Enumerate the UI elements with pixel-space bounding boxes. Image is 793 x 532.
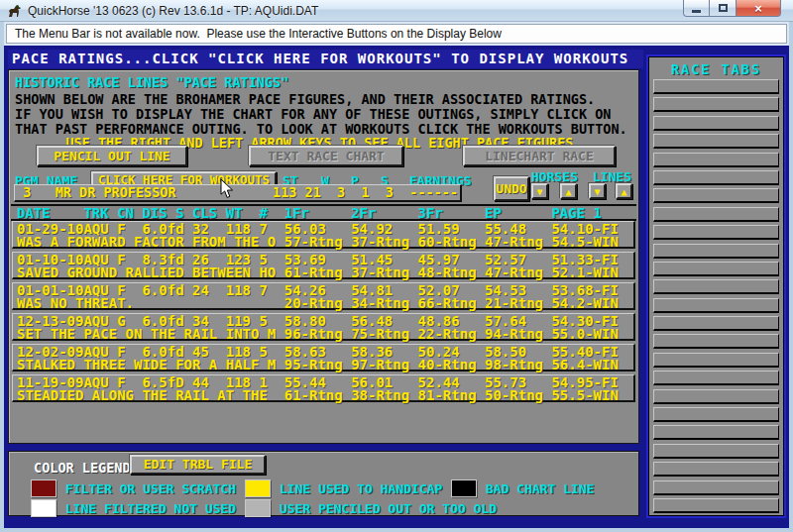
race-tabs-title: RACE TABS — [648, 61, 784, 77]
race-line-row[interactable]: 12-02-09AQU F 6.0fd 45 118 5 58.63 58.36… — [12, 344, 635, 372]
mouse-cursor — [220, 178, 234, 199]
race-line-ratings: SAVED GROUND RALLIED BETWEEN HO 61-Rtng … — [17, 266, 633, 279]
race-tab-button[interactable] — [653, 425, 779, 440]
race-tab-button[interactable] — [653, 407, 779, 422]
legend-label: FILTER OR USER SCRATCH — [65, 481, 236, 496]
line-filtered-swatch — [31, 499, 57, 517]
minimize-icon — [692, 10, 701, 13]
down-arrow-icon: ▼ — [594, 186, 600, 197]
race-tab-button[interactable] — [653, 79, 779, 94]
linechart-race-button[interactable]: LINECHART RACE — [463, 146, 616, 166]
race-tab-button[interactable] — [653, 134, 779, 149]
instructions-heading: HISTORIC RACE LINES "PACE RATINGS" — [15, 74, 288, 90]
legend-label: LINE USED TO HANDICAP — [280, 481, 442, 496]
race-tab-button[interactable] — [653, 170, 779, 185]
race-tab-button[interactable] — [653, 462, 779, 477]
legend-item: LINE USED TO HANDICAP — [245, 479, 442, 497]
bad-chart-swatch — [451, 479, 477, 497]
instructions-line-1: SHOWN BELOW ARE THE BROHAMER PACE FIGURE… — [15, 91, 595, 107]
race-line-row[interactable]: 11-19-09AQU F 6.5fD 44 118 1 55.44 56.01… — [12, 374, 635, 402]
pencil-out-line-button[interactable]: PENCIL OUT LINE — [37, 146, 187, 166]
lines-label: LINES — [593, 169, 631, 184]
penciled-out-swatch — [245, 499, 271, 517]
race-lines: 01-29-10AQU F 6.0fd 32 118 7 56.03 54.92… — [12, 221, 635, 405]
edit-trbl-file-button[interactable]: EDIT TRBL FILE — [130, 455, 266, 475]
color-legend-title: COLOR LEGEND — [34, 460, 131, 476]
race-line-row[interactable]: 01-29-10AQU F 6.0fd 32 118 7 56.03 54.92… — [12, 221, 635, 249]
legend-item: FILTER OR USER SCRATCH — [31, 479, 236, 497]
horse-info-bar[interactable]: 3 MR DR PROFESSOR 113 21 3 1 3 ------ — [14, 184, 462, 202]
race-line-ratings: SET THE PACE ON THE RAIL INTO M 96-Rtng … — [17, 328, 633, 341]
race-line-ratings: WAS A FORWARD FACTOR FROM THE O 57-Rtng … — [17, 236, 633, 249]
up-arrow-icon: ▲ — [621, 186, 626, 197]
race-tab-button[interactable] — [653, 353, 779, 368]
race-tab-button[interactable] — [653, 334, 779, 349]
horses-down-button[interactable]: ▼ — [531, 183, 548, 199]
pace-ratings-header: PACE RATINGS...CLICK "CLICK HERE FOR WOR… — [8, 50, 643, 68]
race-tab-button[interactable] — [653, 188, 779, 203]
menu-bar-message-text: The Menu Bar is not available now. Pleas… — [15, 27, 502, 41]
race-line-row[interactable]: 12-13-09AQU G 6.0fd 34 119 5 58.80 56.48… — [12, 313, 635, 341]
legend-item: BAD CHART LINE — [451, 479, 595, 497]
minimize-button[interactable] — [683, 0, 710, 17]
race-line-ratings: STALKED THREE WIDE FOR A HALF M 95-Rtng … — [17, 359, 633, 372]
race-tab-button[interactable] — [653, 389, 779, 404]
menu-bar-message: The Menu Bar is not available now. Pleas… — [6, 24, 787, 44]
legend-label: LINE FILTERED NOT USED — [65, 501, 236, 516]
legend-label: BAD CHART LINE — [486, 481, 595, 496]
race-line-ratings: WAS NO THREAT. 20-Rtng 34-Rtng 66-Rtng 2… — [17, 297, 633, 310]
race-tab-button[interactable] — [653, 498, 779, 513]
race-tab-button[interactable] — [653, 262, 779, 276]
filter-scratch-swatch — [31, 479, 57, 497]
race-tabs-list — [653, 79, 779, 516]
down-arrow-icon: ▼ — [536, 186, 542, 197]
race-tabs-panel: RACE TABS — [646, 54, 786, 518]
race-tab-button[interactable] — [653, 371, 779, 385]
menu-band: The Menu Bar is not available now. Pleas… — [4, 22, 789, 46]
race-tab-button[interactable] — [653, 116, 779, 131]
race-tab-button[interactable] — [653, 244, 779, 259]
race-line-ratings: STEADIED ALONG THE RAIL AT THE 61-Rtng 3… — [17, 389, 633, 402]
race-line-row[interactable]: 01-01-10AQU F 6.0fd 24 118 7 54.26 54.81… — [12, 282, 635, 310]
close-icon: × — [754, 1, 762, 16]
up-arrow-icon: ▲ — [565, 186, 571, 197]
lines-up-button[interactable]: ▲ — [616, 183, 632, 199]
line-used-swatch — [245, 479, 271, 497]
color-legend-panel: COLOR LEGEND EDIT TRBL FILE FILTER OR US… — [8, 451, 639, 516]
title-bar[interactable]: QuickHorse '13 0623 (c) Rev 13.6.1d - TP… — [0, 0, 793, 22]
horses-label: HORSES — [531, 169, 578, 184]
instructions-line-2: IF YOU WISH TO DISPLAY THE CHART FOR ANY… — [15, 106, 611, 122]
race-tab-button[interactable] — [653, 97, 779, 112]
race-tab-button[interactable] — [653, 153, 779, 167]
race-tab-button[interactable] — [653, 207, 779, 222]
undo-button[interactable]: UNDO — [494, 176, 529, 201]
close-button[interactable]: × — [736, 0, 781, 17]
app-window: QuickHorse '13 0623 (c) Rev 13.6.1d - TP… — [0, 0, 793, 532]
maximize-button[interactable] — [710, 0, 736, 17]
horses-up-button[interactable]: ▲ — [560, 183, 577, 199]
legend-item: LINE FILTERED NOT USED — [31, 499, 236, 517]
race-tab-button[interactable] — [653, 298, 779, 313]
race-tab-button[interactable] — [653, 225, 779, 240]
client-area: PACE RATINGS...CLICK "CLICK HERE FOR WOR… — [4, 46, 789, 528]
race-line-row[interactable]: 01-10-10AQU F 8.3fd 26 123 5 53.69 51.45… — [12, 252, 635, 279]
text-race-chart-button[interactable]: TEXT RACE CHART — [249, 146, 403, 166]
window-title: QuickHorse '13 0623 (c) Rev 13.6.1d - TP… — [28, 4, 318, 18]
race-tab-button[interactable] — [653, 279, 779, 294]
app-icon-horse — [7, 4, 23, 18]
race-tab-button[interactable] — [653, 316, 779, 331]
race-tab-button[interactable] — [653, 444, 779, 459]
legend-item: USER PENCILED OUT OR TOO OLD — [245, 499, 497, 517]
lines-down-button[interactable]: ▼ — [589, 183, 606, 199]
race-lines-header: DATE TRK CN DIS S CLS WT # 1Fr 2Fr 3Fr E… — [11, 204, 636, 221]
legend-label: USER PENCILED OUT OR TOO OLD — [280, 501, 497, 516]
maximize-icon — [719, 4, 728, 12]
race-tab-button[interactable] — [653, 480, 779, 495]
main-panel: HISTORIC RACE LINES "PACE RATINGS" SHOWN… — [8, 69, 639, 444]
